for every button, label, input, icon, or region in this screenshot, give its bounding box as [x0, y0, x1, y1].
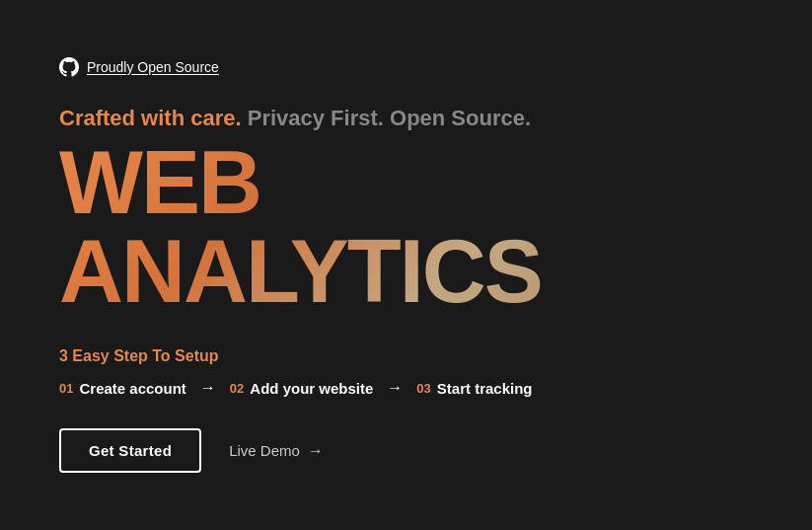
- open-source-label: Proudly Open Source: [87, 59, 219, 75]
- arrow-1: →: [200, 379, 216, 397]
- tagline-orange: Crafted with care.: [59, 106, 242, 130]
- cta-section: Get Started Live Demo →: [59, 428, 750, 473]
- steps-heading: 3 Easy Step To Setup: [59, 347, 750, 365]
- main-title: WEB ANALYTICS: [59, 138, 750, 316]
- arrow-2: →: [387, 379, 403, 397]
- live-demo-arrow-icon: →: [308, 442, 324, 460]
- step-1: 01 Create account: [59, 380, 186, 397]
- steps-section: 3 Easy Step To Setup 01 Create account →…: [59, 347, 750, 397]
- step-3-number: 03: [416, 381, 430, 396]
- open-source-badge: Proudly Open Source: [59, 57, 750, 77]
- steps-list: 01 Create account → 02 Add your website …: [59, 379, 750, 397]
- github-icon: [59, 57, 79, 77]
- step-2-label: Add your website: [250, 380, 373, 397]
- hero-section: Proudly Open Source Crafted with care. P…: [0, 0, 809, 530]
- live-demo-label: Live Demo: [229, 442, 300, 459]
- get-started-button[interactable]: Get Started: [59, 428, 201, 473]
- step-1-number: 01: [59, 381, 73, 396]
- step-3-label: Start tracking: [437, 380, 533, 397]
- step-2: 02 Add your website: [230, 380, 374, 397]
- tagline-gray: Privacy First. Open Source.: [242, 106, 531, 130]
- tagline: Crafted with care. Privacy First. Open S…: [59, 105, 750, 133]
- step-1-label: Create account: [79, 380, 185, 397]
- step-3: 03 Start tracking: [416, 380, 532, 397]
- step-2-number: 02: [230, 381, 244, 396]
- live-demo-link[interactable]: Live Demo →: [229, 442, 324, 460]
